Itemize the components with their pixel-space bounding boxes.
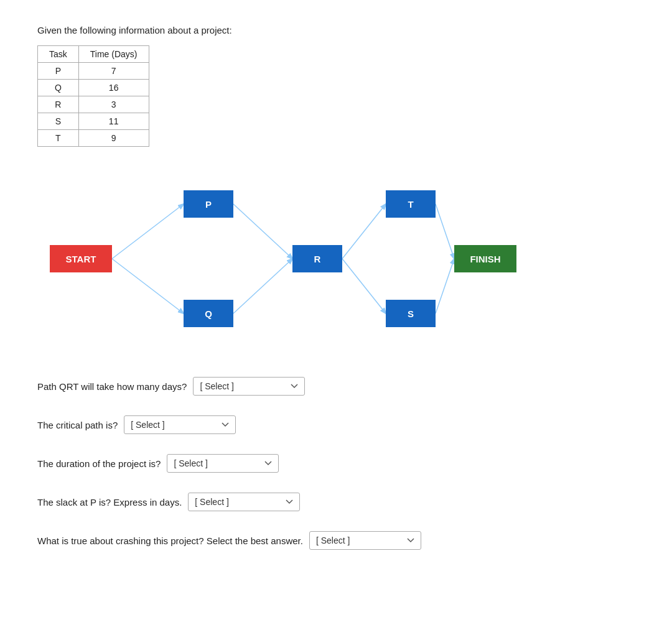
- qa-select-q2[interactable]: [ Select ]: [124, 415, 236, 434]
- qa-label-q5: What is true about crashing this project…: [37, 535, 303, 546]
- svg-line-2: [233, 204, 292, 259]
- table-row: R3: [38, 96, 149, 113]
- qa-row-q1: Path QRT will take how many days?[ Selec…: [37, 377, 635, 396]
- col-time-header: Time (Days): [78, 46, 149, 63]
- svg-line-3: [233, 259, 292, 313]
- table-row: T9: [38, 130, 149, 147]
- svg-line-6: [436, 204, 454, 259]
- cell-time: 3: [78, 96, 149, 113]
- qa-select-q3[interactable]: [ Select ]: [167, 454, 279, 473]
- svg-line-4: [342, 204, 386, 259]
- table-row: Q16: [38, 80, 149, 96]
- node-r: R: [292, 245, 342, 272]
- svg-line-7: [436, 259, 454, 313]
- node-t: T: [386, 190, 436, 218]
- qa-select-q1[interactable]: [ Select ]: [193, 377, 305, 396]
- qa-row-q2: The critical path is?[ Select ]: [37, 415, 635, 434]
- cell-time: 7: [78, 63, 149, 80]
- cell-time: 11: [78, 113, 149, 130]
- qa-label-q2: The critical path is?: [37, 420, 118, 430]
- arrows-svg: [50, 172, 516, 346]
- qa-row-q3: The duration of the project is?[ Select …: [37, 454, 635, 473]
- qa-select-q4[interactable]: [ Select ]: [188, 493, 300, 511]
- qa-label-q3: The duration of the project is?: [37, 458, 161, 469]
- cell-task: T: [38, 130, 79, 147]
- svg-line-0: [112, 204, 184, 259]
- qa-select-q5[interactable]: [ Select ]: [309, 531, 421, 550]
- cell-task: Q: [38, 80, 79, 96]
- node-p: P: [184, 190, 233, 218]
- svg-line-1: [112, 259, 184, 313]
- cell-task: R: [38, 96, 79, 113]
- cell-time: 16: [78, 80, 149, 96]
- cell-task: S: [38, 113, 79, 130]
- network-diagram: START FINISH P Q R T S: [50, 172, 516, 346]
- node-start: START: [50, 245, 112, 272]
- qa-label-q1: Path QRT will take how many days?: [37, 381, 187, 392]
- table-row: P7: [38, 63, 149, 80]
- cell-task: P: [38, 63, 79, 80]
- cell-time: 9: [78, 130, 149, 147]
- qa-section: Path QRT will take how many days?[ Selec…: [37, 377, 635, 550]
- qa-row-q5: What is true about crashing this project…: [37, 531, 635, 550]
- node-s: S: [386, 300, 436, 327]
- qa-row-q4: The slack at P is? Express in days.[ Sel…: [37, 493, 635, 511]
- node-q: Q: [184, 300, 233, 327]
- qa-label-q4: The slack at P is? Express in days.: [37, 497, 182, 508]
- svg-line-5: [342, 259, 386, 313]
- node-finish: FINISH: [454, 245, 516, 272]
- table-row: S11: [38, 113, 149, 130]
- col-task-header: Task: [38, 46, 79, 63]
- intro-text: Given the following information about a …: [37, 25, 635, 35]
- task-table: Task Time (Days) P7Q16R3S11T9: [37, 45, 149, 147]
